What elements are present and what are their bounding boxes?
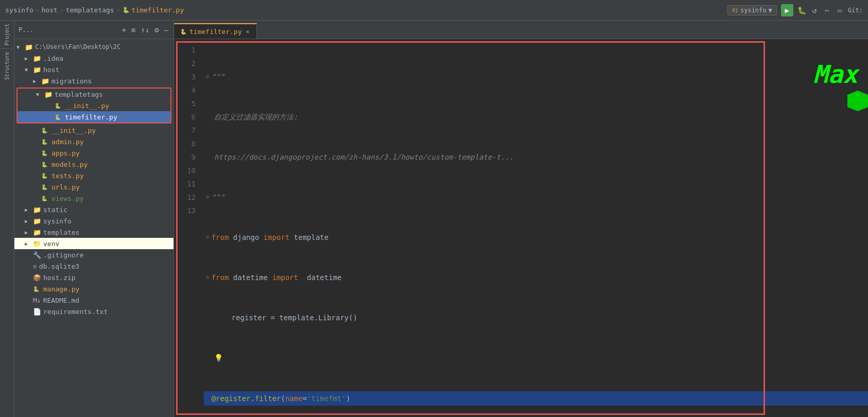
tree-item-db[interactable]: ≡ db.sqlite3: [14, 260, 173, 272]
minimize-button[interactable]: ▭: [836, 5, 844, 15]
tree-item-admin[interactable]: 🐍 admin.py: [14, 136, 173, 147]
tree-item-label: views.py: [51, 195, 84, 202]
breadcrumb-templatetags[interactable]: templatetags: [66, 6, 114, 14]
tree-content: ▼ 📁 C:\Users\Fan\Desktop\2C ▶ 📁 .idea ▼ …: [14, 39, 173, 417]
line-numbers: 1 2 3 4 5 6 7 8 9 10 11 12 13: [174, 39, 200, 417]
settings-button[interactable]: ⚙: [153, 25, 160, 35]
editor-area: 🐍 timefilter.py ✕ 1 2 3 4 5 6 7 8 9 10 1…: [174, 21, 868, 417]
tree-item-init-py-tags[interactable]: 🐍 __init__.py: [18, 100, 170, 111]
tree-item-label: tests.py: [51, 172, 84, 180]
collapse-button[interactable]: ≡: [130, 25, 136, 35]
python-file-icon: 🐍: [41, 196, 49, 201]
chevron-right-icon: ▶: [25, 207, 33, 213]
project-tab[interactable]: Project: [3, 21, 11, 48]
tree-item-label: .idea: [43, 55, 63, 62]
tree-item-manage[interactable]: 🐍 manage.py: [14, 283, 173, 294]
tab-bar: 🐍 timefilter.py ✕: [174, 21, 868, 39]
tree-item-idea[interactable]: ▶ 📁 .idea: [14, 53, 173, 64]
tree-item-label: templates: [43, 229, 79, 236]
debug-button[interactable]: 🐛: [797, 6, 806, 14]
top-bar: sysinfo › host › templatetags › 🐍 timefi…: [0, 0, 868, 21]
code-line-5: ⊖from django import template: [204, 231, 868, 244]
tree-item-label: migrations: [51, 77, 92, 85]
python-file-icon: 🐍: [33, 286, 41, 292]
tree-item-label: __init__.py: [65, 102, 109, 110]
tree-item-tests[interactable]: 🐍 tests.py: [14, 170, 173, 181]
sysinfo-badge[interactable]: dj sysinfo ▼: [727, 5, 777, 15]
tree-item-timefilter[interactable]: 🐍 timefilter.py: [18, 111, 170, 123]
breadcrumb-file[interactable]: timefilter.py: [132, 6, 184, 14]
panel-header: P... + ≡ ↑↓ ⚙ —: [14, 21, 173, 39]
tree-item-label: __init__.py: [51, 127, 96, 134]
tree-item-templates[interactable]: ▶ 📁 templates: [14, 227, 173, 238]
more-button[interactable]: ⋯: [823, 5, 831, 15]
structure-tab[interactable]: Structure: [3, 49, 11, 83]
sort-button[interactable]: ↑↓: [140, 25, 150, 35]
main-area: Project Structure P... + ≡ ↑↓ ⚙ — ▼ 📁 C:…: [0, 21, 868, 417]
file-tree-panel: P... + ≡ ↑↓ ⚙ — ▼ 📁 C:\Users\Fan\Desktop…: [14, 21, 174, 417]
templatetags-highlight-box: ▼ 📁 templatetags 🐍 __init__.py 🐍 timefil…: [16, 88, 171, 124]
code-line-6: ⊖from datetime import datetime: [204, 271, 868, 284]
tree-item-host[interactable]: ▼ 📁 host: [14, 64, 173, 75]
chevron-down-icon: ▼: [25, 67, 33, 73]
folder-icon: 📁: [25, 43, 33, 51]
code-editor[interactable]: 1 2 3 4 5 6 7 8 9 10 11 12 13 ⊖""": [174, 39, 868, 417]
folder-icon: 📁: [33, 240, 41, 248]
tree-item-templatetags[interactable]: ▼ 📁 templatetags: [18, 89, 170, 100]
tree-item-label: admin.py: [51, 138, 84, 146]
folder-icon: 📁: [33, 217, 41, 225]
python-file-icon: 🐍: [41, 173, 49, 179]
tree-item-label: apps.py: [51, 149, 80, 157]
tree-item-readme[interactable]: M↓ README.md: [14, 294, 173, 306]
breadcrumb: sysinfo › host › templatetags › 🐍 timefi…: [5, 6, 727, 14]
refresh-button[interactable]: ↺: [810, 5, 819, 15]
chevron-down-icon: ▼: [36, 92, 44, 97]
tree-item-static[interactable]: ▶ 📁 static: [14, 204, 173, 215]
panel-title: P...: [19, 26, 117, 33]
code-line-7: register = template.Library(): [204, 311, 868, 324]
tree-item-views[interactable]: 🐍 views.py: [14, 193, 173, 204]
run-button[interactable]: ▶: [781, 4, 793, 16]
tree-item-init-host[interactable]: 🐍 __init__.py: [14, 125, 173, 136]
breadcrumb-host[interactable]: host: [42, 6, 58, 14]
python-file-icon: 🐍: [55, 114, 63, 120]
chevron-down-icon: ▼: [16, 44, 25, 50]
folder-icon: 📁: [33, 55, 41, 62]
root-label: C:\Users\Fan\Desktop\2C: [35, 43, 120, 50]
tree-item-label: db.sqlite3: [39, 263, 79, 270]
tree-item-sysinfo[interactable]: ▶ 📁 sysinfo: [14, 215, 173, 227]
tree-item-gitignore[interactable]: 🔧 .gitignore: [14, 249, 173, 260]
tree-item-requirements[interactable]: 📄 requirements.txt: [14, 306, 173, 317]
breadcrumb-sysinfo[interactable]: sysinfo: [5, 6, 33, 14]
tree-item-label: static: [43, 206, 67, 214]
code-line-8: 💡: [204, 351, 868, 364]
chevron-right-icon: ▶: [25, 218, 33, 224]
tab-close-button[interactable]: ✕: [245, 28, 251, 36]
tree-item-hostzip[interactable]: 📦 host.zip: [14, 272, 173, 283]
tree-item-label: timefilter.py: [65, 113, 117, 121]
tree-item-apps[interactable]: 🐍 apps.py: [14, 147, 173, 159]
tree-root[interactable]: ▼ 📁 C:\Users\Fan\Desktop\2C: [14, 41, 173, 53]
add-folder-button[interactable]: +: [120, 25, 127, 35]
tree-item-label: models.py: [51, 161, 88, 168]
tree-item-label: requirements.txt: [43, 308, 108, 316]
code-line-9: ⊖@register.filter(name='timefmt'): [204, 391, 868, 406]
fold-arrow-icon: ⊖: [206, 70, 210, 83]
folder-icon: 📁: [33, 206, 41, 214]
python-file-icon: 🐍: [41, 150, 49, 156]
code-line-3: https://docs.djangoproject.com/zh-hans/3…: [204, 150, 868, 164]
tree-item-label: sysinfo: [43, 217, 72, 225]
folder-icon: 📁: [41, 77, 49, 85]
code-content: ⊖""" 自定义过滤器实现的方法: https://docs.djangopro…: [200, 39, 868, 417]
tree-item-migrations[interactable]: ▶ 📁 migrations: [14, 75, 173, 86]
file-icon: 🔧: [33, 251, 41, 259]
tree-item-models[interactable]: 🐍 models.py: [14, 159, 173, 170]
tree-item-urls[interactable]: 🐍 urls.py: [14, 181, 173, 193]
python-file-icon: 🐍: [41, 139, 49, 145]
tab-timefilter[interactable]: 🐍 timefilter.py ✕: [174, 23, 257, 39]
tree-item-label: templatetags: [55, 91, 103, 98]
tree-item-label: manage.py: [43, 285, 79, 293]
close-panel-button[interactable]: —: [163, 25, 169, 35]
tree-item-venv[interactable]: ▶ 📁 venv: [14, 238, 173, 249]
breadcrumb-file-icon: 🐍: [123, 7, 130, 13]
